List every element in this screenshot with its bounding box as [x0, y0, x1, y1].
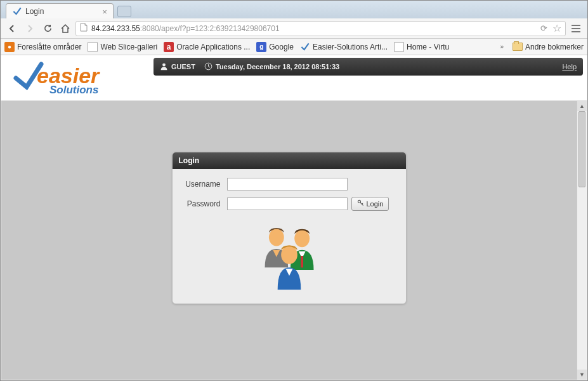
tab-title: Login: [25, 7, 44, 16]
bookmark-star-icon[interactable]: ☆: [552, 22, 561, 34]
password-row: Password Login: [183, 197, 396, 211]
document-icon: [88, 42, 98, 52]
scroll-thumb[interactable]: [578, 111, 585, 187]
app-header: easier Solutions GUEST Tuesday, December…: [1, 55, 587, 101]
other-bookmarks-label: Andre bokmerker: [525, 43, 584, 51]
user-label: GUEST: [171, 63, 195, 70]
bookmark-oracle[interactable]: a Oracle Applications ...: [164, 42, 250, 52]
bookmark-label: Google: [269, 43, 294, 51]
key-icon: [357, 199, 364, 208]
svg-point-4: [294, 229, 310, 247]
help-link[interactable]: Help: [562, 63, 577, 70]
logo: easier Solutions: [1, 55, 154, 100]
bookmark-icon: a: [164, 42, 174, 52]
username-input[interactable]: [227, 178, 348, 190]
current-user: GUEST: [160, 62, 195, 72]
username-row: Username: [183, 178, 396, 190]
bookmark-icon: g: [256, 42, 266, 52]
url-host: 84.234.233.55: [91, 24, 140, 33]
tab-login[interactable]: Login ×: [6, 3, 114, 18]
password-label: Password: [183, 199, 227, 208]
bookmark-home-virtu[interactable]: Home - Virtu: [394, 42, 449, 52]
datetime: Tuesday, December 18, 2012 08:51:33: [204, 62, 339, 72]
svg-rect-5: [301, 256, 303, 267]
tab-strip: Login ×: [1, 1, 587, 18]
datetime-text: Tuesday, December 18, 2012 08:51:33: [216, 63, 339, 70]
app-top-bar: GUEST Tuesday, December 18, 2012 08:51:3…: [154, 58, 583, 76]
password-input[interactable]: [227, 197, 348, 210]
svg-point-3: [268, 228, 284, 246]
bookmark-label: Oracle Applications ...: [176, 43, 250, 51]
chrome-menu-button[interactable]: [568, 21, 584, 36]
document-icon: [394, 42, 404, 52]
bookmark-icon: ●: [4, 42, 15, 52]
bookmark-label: Web Slice-galleri: [100, 43, 157, 51]
address-bar[interactable]: 84.234.233.55:8080/apex/f?p=123:2:639213…: [75, 21, 566, 36]
refresh-in-omnibox-icon[interactable]: ⟳: [540, 23, 547, 33]
forward-button[interactable]: [22, 21, 37, 36]
bookmark-label: Easier-Solutions Arti...: [313, 43, 388, 51]
username-label: Username: [183, 180, 227, 189]
bookmark-icon: [300, 42, 310, 52]
url-path: :8080/apex/f?p=123:2:639213429806701: [140, 24, 280, 33]
bookmark-webslice[interactable]: Web Slice-galleri: [88, 42, 157, 52]
page-icon: [80, 23, 89, 34]
main-area: Login Username Password Login: [1, 101, 577, 380]
other-bookmarks-folder[interactable]: Andre bokmerker: [513, 43, 584, 51]
bookmark-foreslatte[interactable]: ● Foreslåtte områder: [4, 42, 81, 52]
login-button[interactable]: Login: [351, 197, 389, 211]
browser-window: — ▭ ✕ Login × 84.234: [0, 0, 588, 381]
login-card: Login Username Password Login: [172, 152, 407, 304]
people-illustration: [183, 217, 396, 297]
tab-favicon-icon: [13, 7, 22, 16]
bookmark-label: Foreslåtte områder: [17, 43, 81, 51]
svg-point-0: [162, 63, 166, 66]
reload-button[interactable]: [40, 21, 55, 36]
new-tab-button[interactable]: [117, 6, 131, 17]
back-button[interactable]: [4, 21, 20, 36]
logo-text-bottom: Solutions: [49, 84, 98, 96]
login-button-label: Login: [367, 200, 384, 208]
bookmark-label: Home - Virtu: [407, 43, 449, 51]
user-icon: [160, 62, 168, 72]
page-content: easier Solutions GUEST Tuesday, December…: [1, 55, 587, 380]
clock-icon: [204, 62, 212, 72]
bookmarks-bar: ● Foreslåtte områder Web Slice-galleri a…: [1, 39, 587, 55]
tab-close-icon[interactable]: ×: [100, 7, 109, 16]
bookmark-google[interactable]: g Google: [256, 42, 294, 52]
bookmark-easier[interactable]: Easier-Solutions Arti...: [300, 42, 388, 52]
home-button[interactable]: [58, 21, 73, 36]
scroll-down-icon[interactable]: ▼: [577, 370, 587, 380]
scroll-up-icon[interactable]: ▲: [577, 101, 587, 111]
browser-toolbar: 84.234.233.55:8080/apex/f?p=123:2:639213…: [1, 18, 587, 39]
login-card-title: Login: [173, 152, 406, 169]
bookmarks-overflow-button[interactable]: »: [497, 43, 506, 50]
folder-icon: [513, 43, 523, 51]
vertical-scrollbar[interactable]: ▲ ▼: [577, 101, 587, 380]
